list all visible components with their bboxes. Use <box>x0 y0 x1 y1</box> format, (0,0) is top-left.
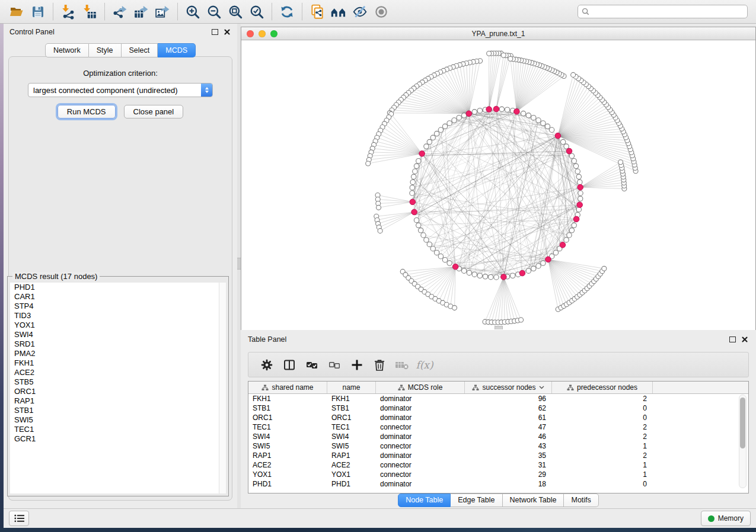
graph-node[interactable] <box>602 266 607 271</box>
column-header-shared-name[interactable]: shared name <box>248 382 327 393</box>
tab-edge-table[interactable]: Edge Table <box>451 493 502 507</box>
graph-node[interactable] <box>378 229 382 233</box>
graph-node[interactable] <box>541 261 546 265</box>
graph-node[interactable] <box>452 306 457 310</box>
graph-node[interactable] <box>421 233 426 238</box>
table-row[interactable]: PHD1PHD1dominator180 <box>248 479 748 489</box>
table-row[interactable]: STB1STB1dominator620 <box>248 403 748 413</box>
export-table-button[interactable] <box>130 3 152 21</box>
graph-node[interactable] <box>618 160 623 165</box>
export-network-button[interactable] <box>109 3 130 21</box>
table-settings-button[interactable] <box>256 354 278 376</box>
apply-preferred-layout-button[interactable] <box>276 3 298 21</box>
graph-node[interactable] <box>494 275 499 280</box>
graph-node[interactable] <box>424 238 429 242</box>
mcds-result-item[interactable]: TID3 <box>10 311 226 321</box>
mcds-result-list[interactable]: PHD1CAR1STP4TID3YOX1SWI4SRD1PMA2FKH1ACE2… <box>10 283 226 493</box>
graph-node[interactable] <box>413 169 417 174</box>
graph-node[interactable] <box>536 118 541 123</box>
graph-node[interactable] <box>487 51 492 56</box>
window-close-traffic-light[interactable] <box>247 30 254 37</box>
graph-node[interactable] <box>472 110 477 114</box>
graph-node[interactable] <box>549 127 554 132</box>
graph-node[interactable] <box>414 217 419 222</box>
graph-mcds-hub-node[interactable] <box>466 111 472 117</box>
float-panel-icon[interactable] <box>212 29 218 35</box>
column-header-successor-nodes[interactable]: successor nodes <box>465 382 552 393</box>
graph-node[interactable] <box>412 174 416 179</box>
clone-network-button[interactable] <box>307 3 328 21</box>
graph-node[interactable] <box>545 124 550 129</box>
graph-node[interactable] <box>521 111 525 116</box>
first-neighbors-button[interactable] <box>328 3 349 21</box>
graph-mcds-hub-node[interactable] <box>493 106 499 112</box>
table-row[interactable]: SWI5SWI5connector431 <box>248 441 748 451</box>
mcds-result-item[interactable]: PMA2 <box>10 349 226 358</box>
delete-table-button[interactable] <box>391 354 413 376</box>
table-row[interactable]: ORC1ORC1dominator610 <box>248 413 748 422</box>
table-row[interactable]: ACE2ACE2connector311 <box>248 460 748 470</box>
graph-node[interactable] <box>575 169 580 174</box>
graph-node[interactable] <box>573 164 578 168</box>
table-scrollbar-thumb[interactable] <box>740 398 745 448</box>
graph-mcds-hub-node[interactable] <box>452 264 458 270</box>
zoom-selected-button[interactable] <box>246 3 267 21</box>
graph-node[interactable] <box>457 115 461 120</box>
graph-mcds-hub-node[interactable] <box>560 242 566 248</box>
tab-style[interactable]: Style <box>89 43 122 57</box>
graph-node[interactable] <box>430 135 435 140</box>
zoom-in-button[interactable] <box>182 3 203 21</box>
search-input[interactable] <box>592 7 747 17</box>
graph-node[interactable] <box>477 273 482 278</box>
mcds-result-item[interactable]: ACE2 <box>10 368 226 377</box>
graph-mcds-hub-node[interactable] <box>486 107 492 113</box>
graph-node[interactable] <box>430 246 435 251</box>
graph-mcds-hub-node[interactable] <box>566 148 572 154</box>
network-canvas[interactable] <box>241 40 755 330</box>
memory-button[interactable]: Memory <box>701 511 751 526</box>
graph-node[interactable] <box>489 274 493 279</box>
graph-node[interactable] <box>472 272 477 277</box>
graph-node[interactable] <box>536 264 541 268</box>
search-field[interactable] <box>578 5 748 18</box>
network-window-resize-handle[interactable] <box>495 326 503 329</box>
graph-mcds-hub-node[interactable] <box>519 270 525 276</box>
graph-node[interactable] <box>442 124 447 129</box>
graph-node[interactable] <box>578 180 582 184</box>
table-scrollbar[interactable] <box>739 395 747 488</box>
graph-mcds-hub-node[interactable] <box>555 133 561 139</box>
graph-node[interactable] <box>526 268 531 273</box>
import-network-button[interactable] <box>58 3 79 21</box>
graph-mcds-hub-node[interactable] <box>573 216 579 222</box>
graph-node[interactable] <box>447 261 452 265</box>
graph-node[interactable] <box>560 139 565 144</box>
graph-node[interactable] <box>569 228 574 233</box>
graph-node[interactable] <box>467 270 471 275</box>
graph-mcds-hub-node[interactable] <box>577 202 583 208</box>
table-row[interactable]: YOX1YOX1connector291 <box>248 470 748 479</box>
graph-node[interactable] <box>508 56 513 61</box>
mcds-result-item[interactable]: ORC1 <box>10 387 226 396</box>
graph-mcds-hub-node[interactable] <box>546 257 551 262</box>
mcds-result-item[interactable]: SWI5 <box>10 415 226 425</box>
show-columns-button[interactable] <box>278 354 301 376</box>
zoom-out-button[interactable] <box>203 3 225 21</box>
graph-node[interactable] <box>567 233 572 238</box>
tab-mcds[interactable]: MCDS <box>158 43 196 57</box>
tab-select[interactable]: Select <box>122 43 158 57</box>
graph-node[interactable] <box>427 242 432 246</box>
graph-node[interactable] <box>569 153 574 158</box>
mcds-result-item[interactable]: PHD1 <box>10 283 226 292</box>
mcds-result-item[interactable]: RAP1 <box>10 396 226 406</box>
add-row-button[interactable] <box>346 354 368 376</box>
graph-node[interactable] <box>511 273 515 278</box>
graph-node[interactable] <box>418 228 423 233</box>
graph-node[interactable] <box>416 223 421 227</box>
column-header-mcds-role[interactable]: MCDS role <box>376 382 465 393</box>
mcds-result-item[interactable]: YOX1 <box>10 321 226 330</box>
close-panel-icon[interactable] <box>742 336 748 342</box>
graph-node[interactable] <box>519 318 524 322</box>
graph-node[interactable] <box>541 121 546 126</box>
network-window-titlebar[interactable]: YPA_prune.txt_1 <box>241 27 755 40</box>
graph-node[interactable] <box>438 254 443 259</box>
